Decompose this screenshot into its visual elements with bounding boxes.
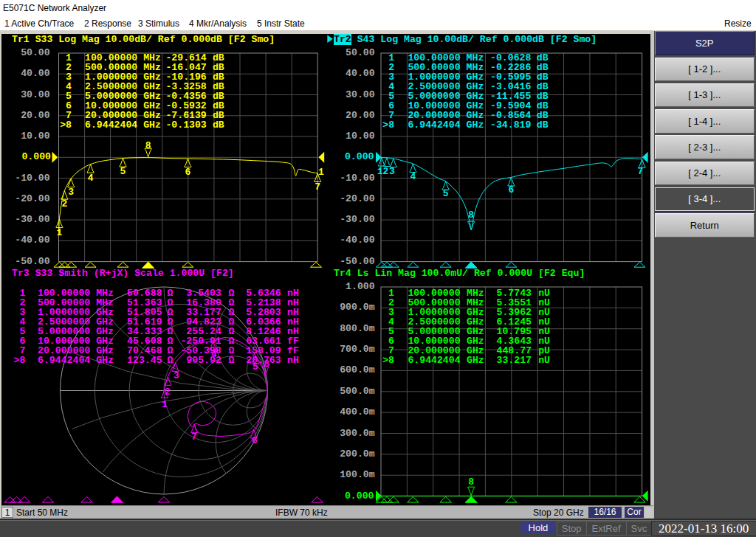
svg-text:5: 5: [443, 188, 449, 199]
svg-text:7: 7: [638, 166, 644, 177]
svg-text:1: 1: [162, 399, 168, 410]
svg-text:2: 2: [165, 387, 171, 398]
svg-text:3: 3: [173, 370, 179, 381]
svg-text:2: 2: [61, 198, 67, 209]
svg-text:3: 3: [389, 166, 395, 177]
svg-text:7: 7: [191, 432, 197, 443]
svg-text:7: 7: [315, 181, 320, 193]
svg-text:3: 3: [68, 187, 74, 198]
svg-text:2: 2: [383, 166, 389, 177]
svg-text:4: 4: [410, 171, 416, 182]
svg-text:6: 6: [508, 184, 514, 195]
svg-text:1: 1: [56, 227, 62, 238]
svg-text:4: 4: [88, 173, 94, 184]
svg-text:5: 5: [120, 166, 126, 177]
svg-text:6: 6: [185, 167, 190, 178]
svg-text:8: 8: [468, 477, 474, 488]
svg-text:8: 8: [468, 209, 474, 221]
svg-text:6: 6: [252, 435, 258, 446]
svg-text:8: 8: [145, 140, 151, 151]
